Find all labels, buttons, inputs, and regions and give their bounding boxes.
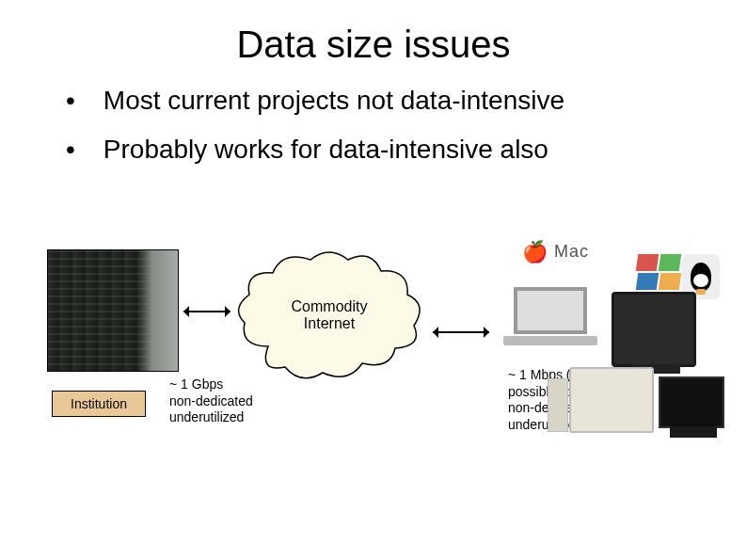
bullet-text: Most current projects not data-intensive [103,85,564,117]
internet-cloud: Commodity Internet [230,243,428,393]
client-devices-cluster: 🍎 Mac [494,235,739,442]
cloud-text-line2: Internet [304,315,355,331]
server-rack-image [47,249,179,372]
bullet-text: Probably works for data-intensive also [103,134,548,166]
bullet-list: • Most current projects not data-intensi… [0,85,747,165]
cloud-text-line1: Commodity [292,297,368,313]
double-arrow-left [183,311,230,312]
desktop-pc-black-icon [659,376,724,428]
desktop-pc-beige-icon [569,367,654,433]
mac-os-logo-icon: 🍎 Mac [522,240,589,264]
caption-line: non-dedicated [169,393,253,408]
crt-monitor-icon [612,292,696,367]
apple-icon: 🍎 [522,240,548,264]
caption-line: ~ 1 Gbps [169,376,223,392]
windows-logo-icon [635,254,682,294]
double-arrow-right [433,331,489,333]
bullet-marker: • [66,85,75,117]
bullet-item: • Probably works for data-intensive also [66,134,700,166]
cloud-label: Commodity Internet [292,297,368,332]
institution-label-box: Institution [52,391,146,417]
bullet-item: • Most current projects not data-intensi… [66,85,700,117]
slide-title: Data size issues [0,0,747,85]
institution-bandwidth-caption: ~ 1 Gbps non-dedicated underutilized [169,376,253,426]
network-diagram: Institution Commodity Internet ~ 1 Gbps … [0,235,747,555]
caption-line: underutilized [169,409,244,424]
laptop-icon [503,287,597,353]
institution-label: Institution [71,396,127,411]
mac-label: Mac [554,242,589,261]
bullet-marker: • [66,134,75,166]
